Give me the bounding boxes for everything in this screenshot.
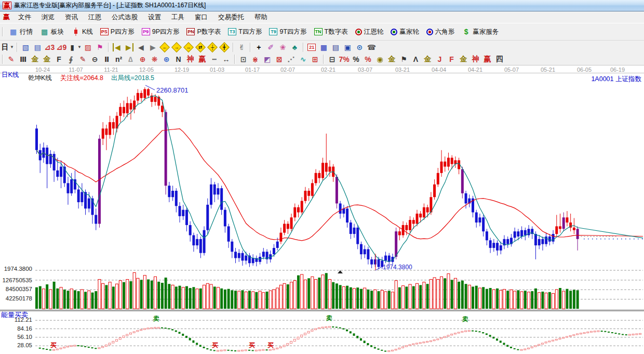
- pane-splitter[interactable]: [0, 309, 644, 311]
- tool-button-box-region[interactable]: ⊡: [238, 54, 249, 64]
- tool-button-diamond-left[interactable]: ←: [159, 42, 170, 53]
- tool-button-magic-pen[interactable]: ✐: [265, 42, 276, 53]
- toolbar-button-market-quotes[interactable]: ▦行情: [5, 27, 36, 37]
- tool-button-info-board[interactable]: ▤: [32, 42, 43, 53]
- menu-item-4[interactable]: 公式选股: [106, 12, 143, 23]
- toolbar-button-p-square[interactable]: PSP四方形: [97, 27, 138, 37]
- menu-item-6[interactable]: 工具: [166, 12, 190, 23]
- tool-button-gold-split-1[interactable]: 金: [30, 54, 41, 64]
- toolbar-button-winner-service[interactable]: $赢家服务: [458, 27, 502, 37]
- tool-button-notepad[interactable]: ▤: [330, 42, 341, 53]
- tool-button-color-flag[interactable]: ⚑: [95, 42, 105, 53]
- menu-item-1[interactable]: 浏览: [36, 12, 60, 23]
- tool-button-step-back[interactable]: ◀: [136, 42, 146, 53]
- menu-item-2[interactable]: 资讯: [60, 12, 83, 23]
- tool-button-pencil[interactable]: ✎: [6, 54, 17, 64]
- tool-button-gold-slash[interactable]: 金: [458, 54, 469, 64]
- tool-button-seek-first[interactable]: ◀: [112, 42, 123, 53]
- tool-button-diamond-shrink[interactable]: ⇄: [195, 42, 206, 53]
- tool-button-net-box[interactable]: ⊠: [274, 54, 285, 64]
- toolbar-button-sectors[interactable]: ▩板块: [36, 27, 68, 37]
- tool-button-percent-7[interactable]: 7%: [339, 54, 350, 64]
- toolbar-button-hexagon[interactable]: 六角形: [423, 27, 459, 37]
- tool-button-percent-line[interactable]: %: [363, 54, 373, 64]
- toolbar-button-winner-wheel[interactable]: 赢家轮: [387, 27, 423, 37]
- tool-button-mark-k[interactable]: N: [173, 54, 184, 64]
- tool-button-fan-box[interactable]: ◩: [262, 54, 273, 64]
- tool-button-gold-split-2[interactable]: 金: [42, 54, 52, 64]
- pencil-2-icon: ✎: [78, 55, 87, 63]
- tool-button-pattern-grid[interactable]: ▨: [83, 42, 93, 53]
- tool-button-percent[interactable]: %: [351, 54, 361, 64]
- tool-button-net-update[interactable]: ⊙: [354, 42, 365, 53]
- gold-line-icon: 金: [387, 55, 396, 63]
- menu-item-5[interactable]: 设置: [143, 12, 166, 23]
- tool-button-stat-box[interactable]: ⊟: [327, 54, 338, 64]
- menu-item-8[interactable]: 交易委托: [213, 12, 249, 23]
- tool-button-diamond-expand[interactable]: ↔: [183, 42, 194, 53]
- tool-button-period-daily[interactable]: 日▼: [1, 42, 14, 53]
- tool-button-grid-box[interactable]: ⊞: [310, 54, 320, 64]
- tool-button-time-circle[interactable]: ⊖: [89, 54, 100, 64]
- toolbar-button-p-number-table[interactable]: PNP数字表: [183, 27, 224, 37]
- toolbar-button-9p-square[interactable]: P99P四方形: [138, 27, 183, 37]
- tool-button-calendar[interactable]: 21: [306, 42, 317, 53]
- tool-button-step-forward[interactable]: ▶: [147, 42, 158, 53]
- tool-button-target-cross[interactable]: ⊕: [137, 54, 148, 64]
- tool-button-diamond-right[interactable]: →: [171, 42, 182, 53]
- toolbar-button-gann-wheel[interactable]: 江恩轮: [352, 27, 387, 37]
- toolbar-button-t-square[interactable]: T3T四方形: [224, 27, 265, 37]
- toolbar-button-kline[interactable]: K线: [68, 27, 97, 37]
- toolbar-button-t-number-table[interactable]: TNT数字表: [311, 27, 352, 37]
- tool-button-shen-tool[interactable]: 神: [185, 54, 196, 64]
- tool-button-chart-net[interactable]: ▧: [20, 42, 31, 53]
- tool-button-zigzag-wave[interactable]: ∿: [298, 54, 308, 64]
- tool-button-mind-tool[interactable]: ♣: [289, 42, 300, 53]
- tool-button-diamond-cross[interactable]: ┼: [207, 42, 218, 53]
- menu-item-9[interactable]: 帮助: [249, 12, 273, 23]
- tool-button-angle-tool[interactable]: ∆: [125, 54, 136, 64]
- tool-button-save[interactable]: ▣: [342, 42, 353, 53]
- tool-button-crosshair[interactable]: +: [253, 42, 264, 53]
- tool-button-wave-a[interactable]: Λ: [410, 54, 421, 64]
- tool-button-gold-under[interactable]: 金: [422, 54, 433, 64]
- target-cross-icon: ⊕: [138, 55, 147, 63]
- tool-button-p3-chart[interactable]: ⊿3: [44, 42, 55, 53]
- tool-button-h-measure[interactable]: ↔: [221, 54, 232, 64]
- tool-button-web-grid[interactable]: ⊛: [161, 54, 172, 64]
- tool-button-candle-type[interactable]: ▮▼: [68, 42, 82, 53]
- tool-button-f-split[interactable]: F: [53, 54, 64, 64]
- tool-button-ying-tool[interactable]: 赢: [197, 54, 208, 64]
- menu-item-3[interactable]: 江恩: [83, 12, 106, 23]
- tool-button-hand-tool[interactable]: ✌: [236, 42, 247, 53]
- tool-button-comb-2[interactable]: Ⅱ: [101, 54, 112, 64]
- tool-button-gold-line[interactable]: 金: [386, 54, 397, 64]
- tool-button-speed-fan[interactable]: ⋇: [250, 54, 261, 64]
- menu-item-7[interactable]: 窗口: [190, 12, 213, 23]
- tool-button-diamond-all[interactable]: ╋: [219, 42, 230, 53]
- tool-button-pencil-2[interactable]: ✎: [77, 54, 88, 64]
- tool-button-slash-fan[interactable]: ⋰: [286, 54, 297, 64]
- tool-button-ruler-123[interactable]: ┉: [209, 54, 220, 64]
- wave-a-icon: Λ: [411, 55, 420, 63]
- tool-button-flag-line[interactable]: ⚑: [398, 54, 409, 64]
- tool-button-gold-circle[interactable]: ◉: [374, 54, 385, 64]
- tool-button-j-line[interactable]: J: [434, 54, 445, 64]
- tool-button-si-line[interactable]: 四: [494, 54, 505, 64]
- tool-button-shen-line[interactable]: 神: [470, 54, 481, 64]
- high-annotation-line: [145, 85, 155, 90]
- tool-button-seek-last[interactable]: ▶: [124, 42, 135, 53]
- tool-button-gann-comb[interactable]: Ⅲ: [18, 54, 29, 64]
- tool-button-remote-assist[interactable]: ☎: [366, 42, 377, 53]
- tool-button-f-line[interactable]: F: [446, 54, 457, 64]
- tool-button-gem-tool[interactable]: ❀: [277, 42, 288, 53]
- tool-button-calculator[interactable]: ▦: [318, 42, 329, 53]
- tool-button-spider-web[interactable]: ❋: [149, 54, 160, 64]
- tool-button-spiral[interactable]: ∮: [65, 54, 76, 64]
- save-icon: ▣: [343, 43, 352, 51]
- menu-item-0[interactable]: 文件: [13, 12, 36, 23]
- tool-button-p9-chart[interactable]: ⊿9: [56, 42, 67, 53]
- tool-button-n-squared[interactable]: n²: [113, 54, 124, 64]
- toolbar-button-9t-square[interactable]: T99T四方形: [265, 27, 310, 37]
- tool-button-ying-line[interactable]: 赢: [482, 54, 493, 64]
